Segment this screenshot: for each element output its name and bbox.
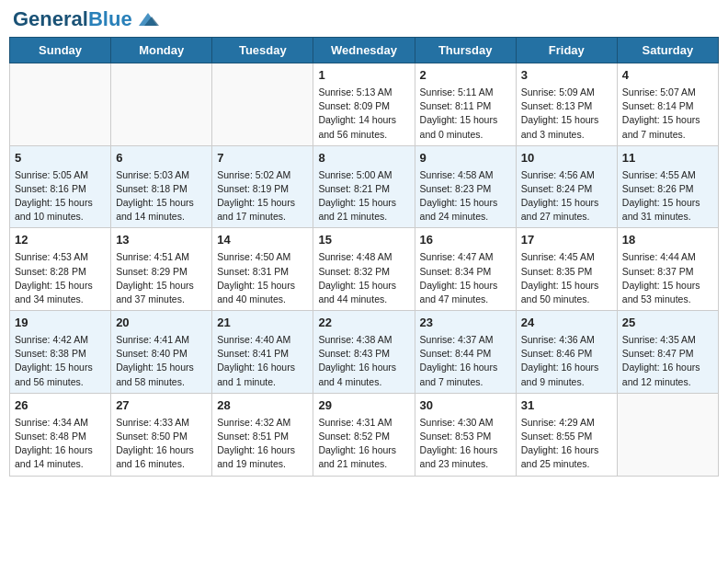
cell-info-line: Sunset: 8:13 PM [521,99,612,113]
day-number: 27 [116,397,207,415]
calendar-week-row: 19Sunrise: 4:42 AMSunset: 8:38 PMDayligh… [10,311,719,394]
calendar-body: 1Sunrise: 5:13 AMSunset: 8:09 PMDaylight… [10,63,719,477]
calendar-cell: 30Sunrise: 4:30 AMSunset: 8:53 PMDayligh… [415,393,516,476]
cell-info-line: Sunset: 8:44 PM [420,347,511,361]
cell-info-line: Sunrise: 4:51 AM [116,250,207,264]
cell-info-line: Daylight: 15 hours [15,196,106,210]
cell-info-line: Sunrise: 4:29 AM [521,416,612,430]
day-number: 12 [15,232,106,249]
page-header: GeneralBlue [9,9,719,29]
cell-info-line: Sunset: 8:23 PM [420,182,511,196]
calendar-cell: 22Sunrise: 4:38 AMSunset: 8:43 PMDayligh… [313,311,415,394]
calendar-cell [10,63,111,146]
cell-info-line: Sunrise: 4:44 AM [622,250,713,264]
cell-info-line: and 9 minutes. [521,375,612,389]
cell-info-line: Sunrise: 4:48 AM [318,250,409,264]
day-number: 9 [420,150,511,167]
cell-info-line: Sunrise: 4:41 AM [116,333,207,347]
day-number: 4 [622,67,713,85]
day-number: 14 [217,232,308,249]
cell-info-line: Daylight: 15 hours [622,279,713,293]
calendar-cell: 7Sunrise: 5:02 AMSunset: 8:19 PMDaylight… [212,145,313,228]
calendar-cell: 16Sunrise: 4:47 AMSunset: 8:34 PMDayligh… [415,228,516,311]
dow-cell: Sunday [10,38,111,63]
cell-info-line: Sunrise: 5:00 AM [318,168,409,182]
cell-info-line: Sunset: 8:55 PM [521,430,612,443]
cell-info-line: Daylight: 16 hours [622,361,713,374]
calendar-cell: 1Sunrise: 5:13 AMSunset: 8:09 PMDaylight… [313,63,415,146]
calendar-cell: 28Sunrise: 4:32 AMSunset: 8:51 PMDayligh… [212,393,313,476]
cell-info-line: Sunrise: 4:40 AM [217,333,308,347]
cell-info-line: and 12 minutes. [622,375,713,389]
cell-info-line: and 16 minutes. [116,457,207,471]
day-number: 10 [521,150,612,167]
cell-info-line: Sunset: 8:37 PM [622,265,713,279]
cell-info-line: Sunrise: 5:02 AM [217,168,308,182]
cell-info-line: Sunrise: 4:37 AM [420,333,511,347]
cell-info-line: Sunset: 8:35 PM [521,265,612,279]
cell-info-line: Sunset: 8:32 PM [318,265,409,279]
day-number: 20 [116,315,207,332]
cell-info-line: Sunrise: 4:45 AM [521,250,612,264]
cell-info-line: Sunset: 8:43 PM [318,347,409,361]
calendar-cell: 14Sunrise: 4:50 AMSunset: 8:31 PMDayligh… [212,228,313,311]
cell-info-line: Sunrise: 4:30 AM [420,416,511,430]
day-number: 23 [420,315,511,332]
cell-info-line: Daylight: 15 hours [116,279,207,293]
cell-info-line: Sunset: 8:28 PM [15,265,106,279]
calendar-table: SundayMondayTuesdayWednesdayThursdayFrid… [9,37,719,477]
calendar-cell [111,63,212,146]
cell-info-line: Sunrise: 5:11 AM [420,86,511,99]
calendar-cell: 20Sunrise: 4:41 AMSunset: 8:40 PMDayligh… [111,311,212,394]
calendar-cell: 6Sunrise: 5:03 AMSunset: 8:18 PMDaylight… [111,145,212,228]
day-number: 18 [622,232,713,249]
calendar-cell [617,393,718,476]
cell-info-line: Daylight: 16 hours [15,443,106,457]
calendar-cell: 19Sunrise: 4:42 AMSunset: 8:38 PMDayligh… [10,311,111,394]
cell-info-line: and 21 minutes. [318,457,409,471]
cell-info-line: and 25 minutes. [521,457,612,471]
day-number: 7 [217,150,308,167]
calendar-cell: 24Sunrise: 4:36 AMSunset: 8:46 PMDayligh… [516,311,617,394]
cell-info-line: Sunrise: 5:03 AM [116,168,207,182]
day-number: 19 [15,315,106,332]
cell-info-line: and 19 minutes. [217,457,308,471]
cell-info-line: Daylight: 16 hours [521,443,612,457]
cell-info-line: Daylight: 14 hours [318,113,409,127]
cell-info-line: Sunset: 8:48 PM [15,430,106,443]
cell-info-line: and 7 minutes. [622,128,713,142]
calendar-cell: 9Sunrise: 4:58 AMSunset: 8:23 PMDaylight… [415,145,516,228]
cell-info-line: and 23 minutes. [420,457,511,471]
cell-info-line: Sunset: 8:46 PM [521,347,612,361]
calendar-cell: 8Sunrise: 5:00 AMSunset: 8:21 PMDaylight… [313,145,415,228]
day-number: 11 [622,150,713,167]
calendar-cell: 27Sunrise: 4:33 AMSunset: 8:50 PMDayligh… [111,393,212,476]
cell-info-line: and 56 minutes. [15,375,106,389]
cell-info-line: Sunset: 8:19 PM [217,182,308,196]
calendar-cell: 15Sunrise: 4:48 AMSunset: 8:32 PMDayligh… [313,228,415,311]
cell-info-line: Daylight: 15 hours [116,361,207,374]
day-number: 31 [521,397,612,415]
cell-info-line: Sunset: 8:34 PM [420,265,511,279]
cell-info-line: Sunrise: 4:58 AM [420,168,511,182]
cell-info-line: Sunset: 8:21 PM [318,182,409,196]
cell-info-line: Daylight: 16 hours [318,361,409,374]
cell-info-line: Daylight: 15 hours [420,196,511,210]
day-number: 21 [217,315,308,332]
day-number: 13 [116,232,207,249]
cell-info-line: Daylight: 15 hours [420,279,511,293]
cell-info-line: Daylight: 15 hours [420,113,511,127]
cell-info-line: Sunset: 8:47 PM [622,347,713,361]
cell-info-line: and 37 minutes. [116,293,207,306]
day-number: 17 [521,232,612,249]
cell-info-line: Sunrise: 5:09 AM [521,86,612,99]
day-number: 29 [318,397,409,415]
cell-info-line: Daylight: 15 hours [318,279,409,293]
cell-info-line: Daylight: 15 hours [116,196,207,210]
cell-info-line: Sunset: 8:53 PM [420,430,511,443]
cell-info-line: and 56 minutes. [318,128,409,142]
logo-icon [135,9,161,29]
cell-info-line: Sunrise: 5:05 AM [15,168,106,182]
cell-info-line: Daylight: 15 hours [15,361,106,374]
cell-info-line: Sunrise: 4:34 AM [15,416,106,430]
